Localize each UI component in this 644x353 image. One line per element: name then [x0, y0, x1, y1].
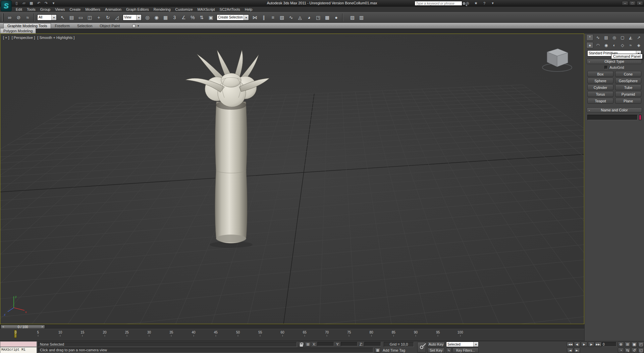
set-key-button[interactable]: Set Key	[427, 348, 445, 353]
align-icon[interactable]: ∥	[260, 13, 268, 22]
create-tab-icon[interactable]: *	[586, 34, 593, 41]
menu-item[interactable]: Rendering	[151, 7, 173, 12]
unlink-selection-icon[interactable]: ⊘	[14, 13, 23, 22]
menu-item[interactable]: MAXScript	[195, 7, 217, 12]
viewport-shading-menu[interactable]: [ Smooth + Highlights ]	[37, 36, 74, 40]
render-setup-icon[interactable]: ◳	[314, 13, 322, 22]
auto-key-button[interactable]: Auto Key	[427, 342, 445, 347]
search-input[interactable]	[415, 1, 462, 6]
object-color-swatch[interactable]	[639, 115, 641, 120]
ribbon-options[interactable]: ▼	[132, 24, 140, 28]
cylinder-button[interactable]: Cylinder	[587, 85, 613, 90]
select-and-scale-icon[interactable]: ◿	[113, 13, 121, 22]
maximize-viewport-icon[interactable]: ◱	[638, 348, 644, 353]
teapot-button[interactable]: Teapot	[587, 98, 613, 104]
graphite-ribbon-toggle-icon[interactable]: ▧	[278, 13, 286, 22]
go-to-start-button[interactable]: |◀◀	[567, 342, 573, 347]
percent-snap-icon[interactable]: %	[189, 13, 197, 22]
menu-item[interactable]: Animation	[103, 7, 124, 12]
tab-freeform[interactable]: Freeform	[51, 23, 73, 29]
helpers-icon[interactable]: ◇	[619, 42, 626, 48]
object-name-input[interactable]	[587, 115, 638, 120]
menu-item[interactable]: Help	[243, 7, 255, 12]
tab-graphite-modeling-tools[interactable]: Graphite Modeling Tools	[3, 23, 51, 29]
use-pivot-center-icon[interactable]: ◎	[143, 13, 152, 22]
viewport-general-menu[interactable]: [ + ]	[3, 36, 9, 40]
perspective-viewport[interactable]: [ + ] [ Perspective ] [ Smooth + Highlig…	[0, 34, 584, 324]
menu-item[interactable]: Views	[53, 7, 67, 12]
schematic-view-icon[interactable]: ◬	[296, 13, 304, 22]
undo-icon[interactable]: ↶	[36, 1, 42, 6]
toolbar-grip[interactable]	[2, 13, 4, 21]
zoom-region-icon[interactable]: ◰	[638, 342, 644, 347]
window-crossing-icon[interactable]: ◫	[86, 13, 94, 22]
next-key-button[interactable]: ▶|	[574, 348, 580, 353]
geosphere-button[interactable]: GeoSphere	[615, 78, 641, 84]
menu-item[interactable]: Customize	[173, 7, 195, 12]
default-in-out-tangents-icon[interactable]: ∿	[446, 348, 451, 353]
edit-named-selections-icon[interactable]: ▣	[207, 13, 215, 22]
select-and-link-icon[interactable]: ∞	[5, 13, 14, 22]
maxscript-mini-listener[interactable]: MAXScript Mi	[0, 347, 37, 353]
plane-button[interactable]: Plane	[615, 98, 641, 104]
menu-item[interactable]: Create	[67, 7, 83, 12]
next-frame-button[interactable]: |▶	[588, 342, 594, 347]
keyboard-override-toggle-icon[interactable]: ▦	[161, 13, 170, 22]
x-coordinate-field[interactable]	[317, 342, 334, 346]
workspace-dropdown-icon[interactable]: ▾	[50, 1, 57, 6]
previous-key-button[interactable]: |◀	[567, 348, 573, 353]
communication-center-icon[interactable]: ◎	[465, 1, 471, 6]
layer-explorer-icon[interactable]: ▨	[348, 13, 357, 22]
spinner-snap-icon[interactable]: ⇅	[198, 13, 206, 22]
menu-item[interactable]: Edit	[13, 7, 24, 12]
systems-icon[interactable]: ◈	[635, 42, 642, 48]
menu-item[interactable]: Modifiers	[83, 7, 103, 12]
app-logo-icon[interactable]: S	[1, 0, 12, 11]
snaps-toggle-icon[interactable]: 3	[170, 13, 179, 22]
pan-icon[interactable]: ⇆	[625, 348, 631, 353]
panel-arrow-icon[interactable]: ↗	[635, 34, 642, 41]
select-by-name-icon[interactable]: ▤	[67, 13, 76, 22]
modify-tab-icon[interactable]: ∿	[594, 34, 601, 41]
maximize-button[interactable]: □	[629, 1, 636, 5]
select-and-move-icon[interactable]: +	[95, 13, 103, 22]
utilities-tab-icon[interactable]: ◭	[627, 34, 634, 41]
menu-item[interactable]: Graph Editors	[124, 7, 151, 12]
mirror-icon[interactable]: ⋈	[251, 13, 259, 22]
material-editor-icon[interactable]: ◕	[305, 13, 313, 22]
tab-object-paint[interactable]: Object Paint	[96, 23, 123, 29]
box-button[interactable]: Box	[587, 71, 613, 77]
orbit-icon[interactable]: ↺	[631, 348, 637, 353]
torus-button[interactable]: Torus	[587, 91, 613, 97]
help-dropdown-icon[interactable]: ▾	[490, 1, 496, 6]
motion-tab-icon[interactable]: ◎	[611, 34, 618, 41]
display-tab-icon[interactable]: ▢	[619, 34, 626, 41]
zoom-icon[interactable]: ⊕	[618, 342, 624, 347]
shapes-icon[interactable]: ◠	[594, 42, 601, 48]
track-bar[interactable]: 0510152025303540455055606570758085909510…	[0, 329, 584, 341]
viewport-pov-menu[interactable]: [ Perspective ]	[12, 36, 35, 40]
sphere-button[interactable]: Sphere	[587, 78, 613, 84]
viewcube[interactable]	[540, 43, 574, 73]
name-and-color-rollout[interactable]: - Name and Color	[587, 107, 642, 113]
previous-frame-arrow[interactable]: <	[1, 325, 6, 329]
set-keys-button[interactable]	[417, 342, 426, 353]
ribbon-minimize-icon[interactable]	[132, 24, 136, 28]
selection-filter-dropdown[interactable]: All ▼	[37, 14, 57, 20]
select-and-manipulate-icon[interactable]: ◉	[152, 13, 161, 22]
pyramid-button[interactable]: Pyramid	[615, 91, 641, 97]
subtab-polygon-modeling[interactable]: Polygon Modeling	[0, 29, 36, 34]
hierarchy-tab-icon[interactable]: ▤	[603, 34, 610, 41]
close-button[interactable]: ×	[637, 1, 643, 5]
save-file-icon[interactable]: ▦	[28, 1, 35, 6]
named-selection-dropdown[interactable]: Create Selection Se ▼	[217, 14, 249, 20]
z-coordinate-field[interactable]	[364, 342, 381, 346]
object-type-rollout[interactable]: - Object Type	[587, 59, 642, 64]
play-button[interactable]: ▶	[581, 342, 587, 347]
time-slider-track[interactable]: < 0 / 100 >	[0, 324, 584, 329]
lights-icon[interactable]: ◉	[603, 42, 610, 48]
next-frame-arrow[interactable]: >	[40, 325, 45, 329]
select-and-rotate-icon[interactable]: ↻	[104, 13, 112, 22]
keyboard-shortcut-override-icon[interactable]: ▦	[375, 348, 381, 353]
scene-explorer-icon[interactable]: ▥	[357, 13, 366, 22]
